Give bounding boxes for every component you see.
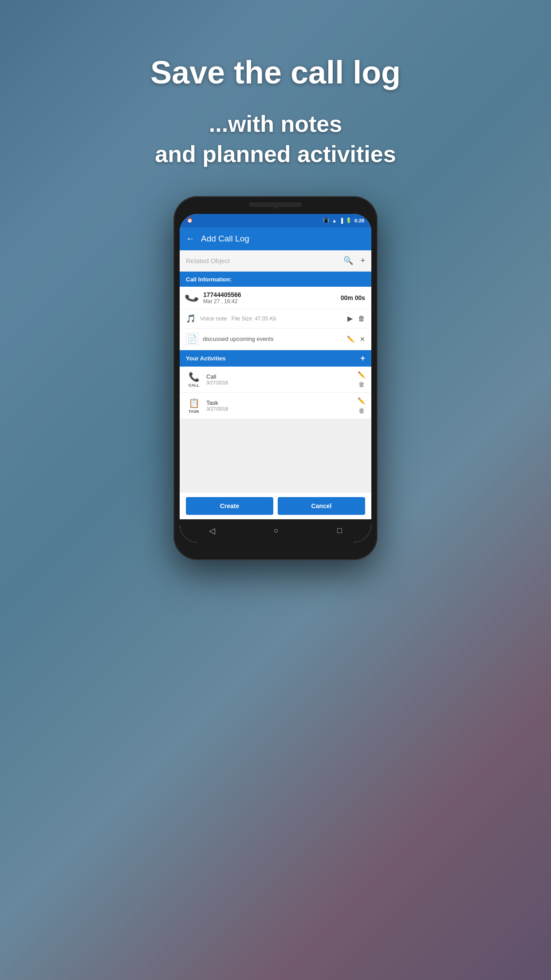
call-info-label: Call Information: xyxy=(186,276,232,283)
related-object-placeholder: Related Object xyxy=(186,257,343,265)
call-activity-name: Call xyxy=(206,373,353,380)
sub-headline-line2: and planned activities xyxy=(155,141,396,167)
vibrate-icon: 📳 xyxy=(323,217,329,223)
call-number: 17744405566 xyxy=(203,291,335,298)
delete-voice-button[interactable]: 🗑 xyxy=(358,315,365,323)
phone-screen: ⏰ 📳 ▲ ▐ 🔋 6:28 ← Add Call Log Related Ob… xyxy=(180,214,371,542)
file-size: File Size: 47.05 Kb xyxy=(232,316,343,322)
voice-note-row: 🎵 Voice note File Size: 47.05 Kb ▶ 🗑 xyxy=(180,309,371,328)
notes-text: discussed upcoming events xyxy=(203,336,342,342)
wifi-icon: ▲ xyxy=(332,218,337,223)
task-activity-actions: ✏️ 🗑 xyxy=(358,397,365,414)
nav-back-icon[interactable]: ◁ xyxy=(209,526,215,536)
status-right: 📳 ▲ ▐ 🔋 6:28 xyxy=(323,217,364,223)
nav-home-icon[interactable]: ○ xyxy=(274,526,279,535)
activity-item-task: 📋 TASK Task 3/27/2018 ✏️ 🗑 xyxy=(180,393,371,419)
status-bar: ⏰ 📳 ▲ ▐ 🔋 6:28 xyxy=(180,214,371,227)
camera-dot xyxy=(273,203,278,209)
call-activity-actions: ✏️ 🗑 xyxy=(358,371,365,388)
call-info-header: Call Information: xyxy=(180,272,371,287)
back-button[interactable]: ← xyxy=(186,233,195,244)
header-title: Add Call Log xyxy=(201,234,249,244)
delete-task-activity-button[interactable]: 🗑 xyxy=(358,407,365,414)
call-date: Mar 27 , 16:42 xyxy=(203,298,335,304)
nav-bar: ◁ ○ □ xyxy=(180,519,371,542)
nav-recents-icon[interactable]: □ xyxy=(337,526,342,535)
task-activity-date: 3/27/2018 xyxy=(206,406,353,411)
clock-icon: ⏰ xyxy=(187,217,193,223)
create-button[interactable]: Create xyxy=(186,497,273,515)
voice-note-label: Voice note xyxy=(200,315,227,322)
task-activity-name: Task xyxy=(206,399,353,406)
activity-item-call: 📞 CALL Call 3/27/2018 ✏️ 🗑 xyxy=(180,367,371,393)
related-object-bar[interactable]: Related Object 🔍 + xyxy=(180,250,371,272)
delete-call-activity-button[interactable]: 🗑 xyxy=(358,381,365,388)
cancel-button[interactable]: Cancel xyxy=(278,497,365,515)
main-headline: Save the call log xyxy=(124,53,427,91)
task-activity-icon: 📋 xyxy=(189,398,200,408)
activities-header: Your Activities + xyxy=(180,350,371,367)
activity-call-wrapper: 📞 CALL xyxy=(186,371,202,387)
search-icon[interactable]: 🔍 xyxy=(343,256,353,265)
notes-row: 📄 discussed upcoming events ✏️ ✕ xyxy=(180,328,371,350)
edit-call-activity-button[interactable]: ✏️ xyxy=(358,371,365,378)
call-activity-icon: 📞 xyxy=(189,371,200,382)
battery-icon: 🔋 xyxy=(346,217,352,223)
phone-call-icon: 📞 xyxy=(184,290,200,306)
sub-headline: ...with notes and planned activities xyxy=(119,109,431,169)
voice-actions: ▶ 🗑 xyxy=(347,314,365,323)
call-info-row: 📞 17744405566 Mar 27 , 16:42 00m 00s xyxy=(180,287,371,309)
voice-note-icon: 🎵 xyxy=(186,314,196,324)
call-activity-date: 3/27/2018 xyxy=(206,380,353,385)
notes-icon: 📄 xyxy=(186,333,198,345)
status-time: 6:28 xyxy=(354,218,364,223)
add-related-icon[interactable]: + xyxy=(360,256,365,265)
play-button[interactable]: ▶ xyxy=(347,314,353,323)
bottom-buttons: Create Cancel xyxy=(180,493,371,519)
call-details: 17744405566 Mar 27 , 16:42 xyxy=(203,291,335,304)
activity-task-wrapper: 📋 TASK xyxy=(186,398,202,414)
edit-notes-button[interactable]: ✏️ xyxy=(347,336,354,343)
signal-icon: ▐ xyxy=(339,218,343,223)
sub-headline-line1: ...with notes xyxy=(209,111,342,137)
call-activity-details: Call 3/27/2018 xyxy=(206,373,353,385)
status-left: ⏰ xyxy=(187,217,193,223)
notes-actions: ✏️ ✕ xyxy=(347,336,365,343)
call-type-label: CALL xyxy=(189,383,199,387)
page-content: Save the call log ...with notes and plan… xyxy=(0,0,551,980)
task-activity-details: Task 3/27/2018 xyxy=(206,399,353,411)
task-type-label: TASK xyxy=(189,409,199,414)
edit-task-activity-button[interactable]: ✏️ xyxy=(358,397,365,404)
activities-title: Your Activities xyxy=(186,355,226,362)
related-icons: 🔍 + xyxy=(343,256,365,265)
delete-notes-button[interactable]: ✕ xyxy=(360,336,365,343)
add-activity-button[interactable]: + xyxy=(360,354,365,363)
app-header: ← Add Call Log xyxy=(180,227,371,250)
call-duration: 00m 00s xyxy=(341,294,365,301)
phone-device: ⏰ 📳 ▲ ▐ 🔋 6:28 ← Add Call Log Related Ob… xyxy=(173,196,378,560)
